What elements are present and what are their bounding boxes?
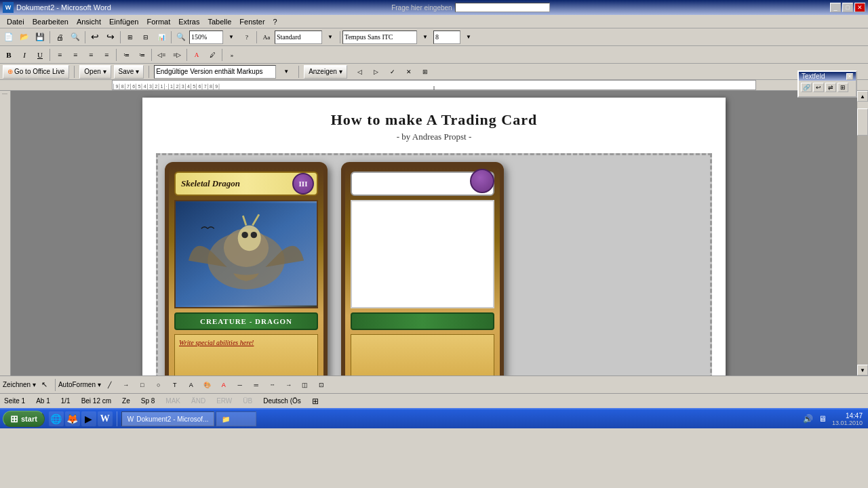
- more-buttons[interactable]: »: [224, 48, 239, 62]
- menu-datei[interactable]: Datei: [3, 16, 28, 27]
- track-compare[interactable]: ⊞: [418, 65, 433, 79]
- tf-icon-4[interactable]: ⊞: [837, 83, 848, 92]
- zoom-out[interactable]: 🔍: [174, 30, 189, 44]
- card1-art: [174, 200, 318, 308]
- draw-oval[interactable]: ○: [151, 378, 166, 392]
- taskbar-volume[interactable]: 🔊: [803, 414, 813, 424]
- bullets[interactable]: ≔: [119, 48, 134, 62]
- track-accept[interactable]: ✓: [385, 65, 400, 79]
- track-reject[interactable]: ✕: [401, 65, 416, 79]
- version-arrow[interactable]: ▼: [279, 65, 294, 79]
- tf-icon-1[interactable]: 🔗: [801, 83, 812, 92]
- underline-button[interactable]: U: [33, 48, 47, 62]
- style-arrow[interactable]: ▼: [323, 30, 338, 44]
- close-button[interactable]: ✕: [854, 3, 865, 12]
- insert-cols[interactable]: ⊟: [138, 30, 153, 44]
- draw-linestyle[interactable]: ═: [249, 378, 264, 392]
- left-panel: |: [0, 91, 11, 375]
- search-label: Frage hier eingeben: [391, 4, 452, 12]
- taskbar-dokument2[interactable]: W Dokument2 - Microsof...: [121, 411, 215, 426]
- taskbar-firefox-icon[interactable]: 🦊: [65, 411, 80, 426]
- draw-arrowstyle[interactable]: →: [281, 378, 296, 392]
- bold-button[interactable]: B: [1, 48, 16, 62]
- taskbar-ie-icon[interactable]: 🌐: [49, 411, 64, 426]
- indent-less[interactable]: ◁≡: [154, 48, 169, 62]
- tf-icon-3[interactable]: ⇌: [825, 83, 836, 92]
- anzeigen-button[interactable]: Anzeigen ▾: [304, 65, 347, 79]
- align-left[interactable]: ≡: [52, 48, 67, 62]
- draw-fill[interactable]: 🎨: [200, 378, 215, 392]
- save-button[interactable]: 💾: [33, 30, 47, 44]
- insert-table[interactable]: ⊞: [123, 30, 138, 44]
- align-right[interactable]: ≡: [83, 48, 98, 62]
- draw-shadow[interactable]: ◫: [298, 378, 313, 392]
- style-dropdown[interactable]: Standard: [275, 30, 322, 44]
- draw-linecolor[interactable]: ─: [233, 378, 248, 392]
- track-prev[interactable]: ◁: [353, 65, 368, 79]
- menu-bearbeiten[interactable]: Bearbeiten: [28, 16, 73, 27]
- italic-button[interactable]: I: [17, 48, 32, 62]
- numbering[interactable]: ≔: [134, 48, 149, 62]
- new-button[interactable]: 📄: [1, 30, 16, 44]
- menu-ansicht[interactable]: Ansicht: [73, 16, 105, 27]
- draw-fontcolor[interactable]: A: [216, 378, 231, 392]
- indent-more[interactable]: ≡▷: [170, 48, 184, 62]
- scroll-down-button[interactable]: ▼: [857, 365, 868, 375]
- go-to-office-button[interactable]: ⊕ Go to Office Live: [3, 65, 69, 79]
- taskbar-network[interactable]: 🖥: [818, 414, 827, 424]
- minimize-button[interactable]: _: [830, 3, 841, 12]
- align-center[interactable]: ≡: [68, 48, 83, 62]
- zoom-dropdown[interactable]: 150%: [189, 30, 223, 44]
- track-next[interactable]: ▷: [369, 65, 384, 79]
- menu-extras[interactable]: Extras: [174, 16, 203, 27]
- print-button[interactable]: 🖨: [52, 30, 67, 44]
- highlight[interactable]: 🖊: [205, 48, 220, 62]
- draw-textbox[interactable]: T: [167, 378, 182, 392]
- menu-format[interactable]: Format: [142, 16, 174, 27]
- draw-rect[interactable]: □: [135, 378, 150, 392]
- taskbar-media-icon[interactable]: ▶: [81, 411, 96, 426]
- preview-button[interactable]: 🔍: [68, 30, 83, 44]
- insert-chart[interactable]: 📊: [154, 30, 169, 44]
- font-arrow[interactable]: ▼: [418, 30, 433, 44]
- font-color[interactable]: A: [189, 48, 204, 62]
- svg-point-5: [238, 225, 261, 251]
- live-sep-1: [74, 66, 75, 78]
- start-button[interactable]: ⊞ start: [3, 411, 45, 427]
- open-button[interactable]: 📂: [17, 30, 32, 44]
- draw-dashstyle[interactable]: ╌: [265, 378, 280, 392]
- menu-einfuegen[interactable]: Einfügen: [105, 16, 142, 27]
- open-button-live[interactable]: Open ▾: [79, 65, 111, 79]
- undo-button[interactable]: ↩: [87, 30, 102, 44]
- save-button-live[interactable]: Save ▾: [114, 65, 144, 79]
- card2-text-box: [351, 334, 494, 375]
- separator-4: [171, 31, 172, 43]
- draw-wordart[interactable]: A: [184, 378, 199, 392]
- font-dropdown[interactable]: Tempus Sans ITC: [342, 30, 417, 44]
- align-justify[interactable]: ≡: [99, 48, 114, 62]
- draw-arrow[interactable]: →: [119, 378, 134, 392]
- taskbar-item-2[interactable]: 📁: [216, 411, 256, 426]
- format-toolbar: B I U ≡ ≡ ≡ ≡ ≔ ≔ ◁≡ ≡▷ A 🖊 »: [0, 46, 868, 64]
- style-icon[interactable]: Aa: [259, 30, 274, 44]
- draw-3d[interactable]: ⊡: [314, 378, 329, 392]
- menu-help[interactable]: ?: [269, 16, 281, 27]
- size-arrow[interactable]: ▼: [461, 30, 476, 44]
- menu-fenster[interactable]: Fenster: [235, 16, 269, 27]
- scroll-thumb[interactable]: [857, 108, 868, 136]
- draw-cursor[interactable]: ↖: [37, 378, 52, 392]
- fmt-sep-5: [222, 49, 222, 61]
- taskbar-word-icon[interactable]: W: [98, 411, 113, 426]
- title-search-input[interactable]: [455, 3, 550, 12]
- menu-tabelle[interactable]: Tabelle: [203, 16, 235, 27]
- doc-version-dropdown[interactable]: Endgültige Version enthält Markups: [154, 65, 276, 79]
- size-dropdown[interactable]: 8: [433, 30, 460, 44]
- zoom-arrow[interactable]: ▼: [224, 30, 239, 44]
- textfeld-close[interactable]: ✕: [846, 73, 853, 80]
- scroll-up-button[interactable]: ▲: [857, 91, 868, 102]
- restore-button[interactable]: □: [842, 3, 853, 12]
- redo-button[interactable]: ↪: [103, 30, 118, 44]
- zoom-info[interactable]: ?: [239, 30, 254, 44]
- tf-icon-2[interactable]: ↩: [813, 83, 824, 92]
- draw-line[interactable]: ╱: [102, 378, 117, 392]
